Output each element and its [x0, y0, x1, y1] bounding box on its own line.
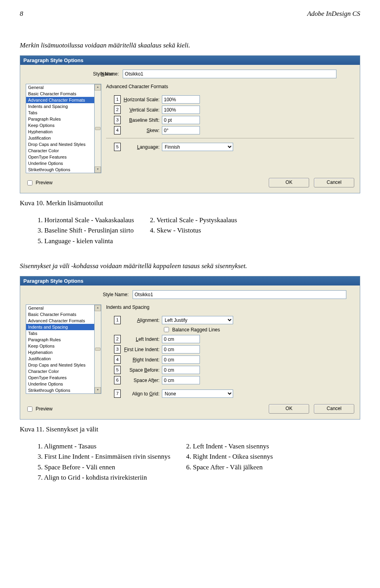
sidebar-item-indents[interactable]: Indents and Spacing	[26, 103, 94, 110]
options-listbox[interactable]: General Basic Character Formats Advanced…	[26, 304, 95, 394]
scroll-up-icon[interactable]: ▴	[95, 84, 101, 91]
sidebar-item-dropcaps[interactable]: Drop Caps and Nested Styles	[26, 362, 94, 368]
space-after-label: Space After:	[122, 378, 162, 383]
legend-item: 7. Align to Grid - kohdista rivirekister…	[38, 473, 170, 483]
annotation-num-2: 2	[114, 106, 121, 114]
scroll-up-icon[interactable]: ▴	[95, 305, 101, 311]
sidebar-item-strike[interactable]: Strikethrough Options	[26, 166, 94, 173]
scroll-down-icon[interactable]: ▾	[95, 387, 101, 393]
legend-item: 5. Language - kielen valinta	[38, 236, 134, 246]
legend-item: 5. Space Before - Väli ennen	[38, 462, 170, 473]
baseline-shift-input[interactable]	[162, 116, 200, 124]
scroll-handle[interactable]	[95, 127, 101, 130]
sidebar-item-hyphen[interactable]: Hyphenation	[26, 349, 94, 355]
preview-checkbox[interactable]	[27, 180, 32, 185]
preview-label: Preview	[36, 406, 53, 412]
sidebar-item-adv-char[interactable]: Advanced Character Formats	[26, 318, 94, 324]
divider	[106, 138, 354, 138]
sidebar-item-adv-char[interactable]: Advanced Character Formats	[26, 97, 94, 103]
sidebar-item-keep[interactable]: Keep Options	[26, 122, 94, 129]
intro-text-1: Merkin lisämuotoilussa voidaan määritell…	[20, 42, 360, 49]
align-to-grid-select[interactable]: None	[162, 389, 233, 398]
paragraph-style-options-dialog-1: Paragraph Style Options Name: Style Name…	[20, 55, 360, 193]
sidebar-item-justification[interactable]: Justification	[26, 135, 94, 141]
ok-button[interactable]: OK	[269, 178, 309, 187]
annotation-num-5: 5	[114, 143, 121, 151]
cancel-button[interactable]: Cancel	[314, 404, 354, 414]
style-name-input[interactable]	[133, 290, 346, 299]
space-before-label: Space Before:	[122, 367, 162, 373]
baseline-shift-label: Baseline Shift:	[122, 117, 162, 123]
figure-caption-11: Kuva 11. Sisennykset ja välit	[20, 425, 360, 433]
legend-item: 3. Baseline Shift - Peruslinjan siirto	[38, 225, 134, 236]
scroll-handle[interactable]	[95, 348, 101, 351]
sidebar-item-tabs[interactable]: Tabs	[26, 330, 94, 337]
right-indent-label: Right Indent:	[122, 357, 162, 363]
scrollbar[interactable]: ▴ ▾	[95, 304, 101, 394]
sidebar-item-underline[interactable]: Underline Options	[26, 160, 94, 166]
style-name-input[interactable]	[123, 70, 336, 78]
annotation-num-4: 4	[114, 126, 121, 134]
sidebar-item-strike[interactable]: Strikethrough Options	[26, 387, 94, 393]
vertical-scale-label: Vertical Scale:	[122, 107, 162, 113]
sidebar-item-basic-char[interactable]: Basic Character Formats	[26, 91, 94, 97]
annotation-num-1: 1	[114, 316, 121, 324]
sidebar-item-opentype[interactable]: OpenType Features	[26, 374, 94, 381]
preview-label: Preview	[36, 180, 53, 185]
section-title: Indents and Spacing	[106, 304, 354, 310]
skew-input[interactable]	[162, 126, 200, 134]
alignment-select[interactable]: Left Justify	[162, 316, 233, 324]
sidebar-item-hyphen[interactable]: Hyphenation	[26, 129, 94, 135]
cancel-button[interactable]: Cancel	[314, 178, 354, 187]
legend-item: 4. Skew - Viistotus	[150, 225, 237, 236]
sidebar-item-basic-char[interactable]: Basic Character Formats	[26, 311, 94, 318]
page-number: 8	[20, 10, 23, 18]
sidebar-item-general[interactable]: General	[26, 305, 94, 311]
sidebar-item-tabs[interactable]: Tabs	[26, 110, 94, 116]
sidebar-item-para-rules[interactable]: Paragraph Rules	[26, 116, 94, 122]
sidebar-item-underline[interactable]: Underline Options	[26, 381, 94, 387]
page-header: 8 Adobe InDesign CS	[20, 10, 360, 18]
sidebar-item-general[interactable]: General	[26, 84, 94, 91]
annotation-num-1: 1	[114, 95, 121, 104]
legend-item: 1. Alignment - Tasaus	[38, 441, 170, 452]
sidebar-item-indents[interactable]: Indents and Spacing	[26, 324, 94, 330]
legend-list-1: 1. Horizontal Scale - Vaakaskaalaus 3. B…	[38, 215, 360, 246]
options-sidebar[interactable]: General Basic Character Formats Advanced…	[26, 84, 101, 173]
right-indent-input[interactable]	[162, 355, 200, 364]
legend-list-2: 1. Alignment - Tasaus 3. First Line Inde…	[38, 441, 360, 483]
intro-text-2: Sisennykset ja väli -kohdassa voidaan mä…	[20, 262, 360, 270]
legend-item: 2. Left Indent - Vasen sisennys	[186, 441, 273, 452]
annotation-num-3: 3	[114, 116, 121, 124]
horizontal-scale-input[interactable]	[162, 95, 200, 104]
options-listbox[interactable]: General Basic Character Formats Advanced…	[26, 84, 95, 173]
sidebar-item-opentype[interactable]: OpenType Features	[26, 154, 94, 160]
balance-ragged-checkbox[interactable]	[164, 327, 169, 332]
ok-button[interactable]: OK	[269, 404, 309, 414]
annotation-num-7: 7	[114, 389, 121, 398]
first-line-indent-input[interactable]	[162, 345, 200, 354]
options-sidebar[interactable]: General Basic Character Formats Advanced…	[26, 304, 101, 394]
space-before-input[interactable]	[162, 366, 200, 374]
sidebar-item-dropcaps[interactable]: Drop Caps and Nested Styles	[26, 141, 94, 147]
legend-item: 4. Right Indent - Oikea sisennys	[186, 452, 273, 462]
vertical-scale-input[interactable]	[162, 106, 200, 114]
alignment-label: Alignment:	[122, 318, 162, 323]
dialog-title: Paragraph Style Options	[20, 56, 360, 65]
preview-checkbox[interactable]	[27, 406, 32, 412]
annotation-num-2: 2	[114, 335, 121, 343]
scrollbar[interactable]: ▴ ▾	[95, 84, 101, 173]
sidebar-item-para-rules[interactable]: Paragraph Rules	[26, 337, 94, 343]
language-select[interactable]: Finnish	[162, 143, 233, 151]
style-name-label: Style Name:	[101, 292, 129, 297]
sidebar-item-justification[interactable]: Justification	[26, 355, 94, 362]
space-after-input[interactable]	[162, 376, 200, 384]
sidebar-item-color[interactable]: Character Color	[26, 368, 94, 374]
legend-item: 6. Space After - Väli jälkeen	[186, 462, 273, 473]
sidebar-item-color[interactable]: Character Color	[26, 147, 94, 154]
left-indent-input[interactable]	[162, 335, 200, 343]
sidebar-item-keep[interactable]: Keep Options	[26, 343, 94, 349]
left-indent-label: Left Indent:	[122, 337, 162, 342]
style-name-label: Style Name:	[91, 71, 119, 77]
scroll-down-icon[interactable]: ▾	[95, 166, 101, 173]
